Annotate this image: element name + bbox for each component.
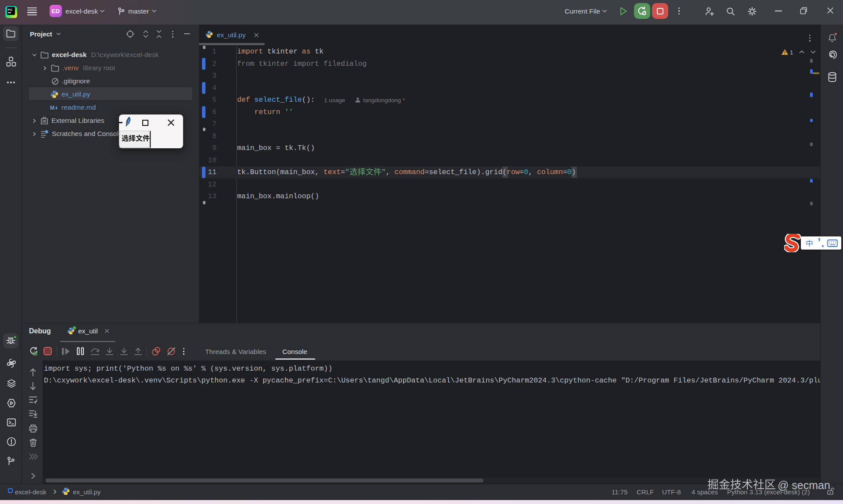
svg-text:M: M [50,105,54,111]
